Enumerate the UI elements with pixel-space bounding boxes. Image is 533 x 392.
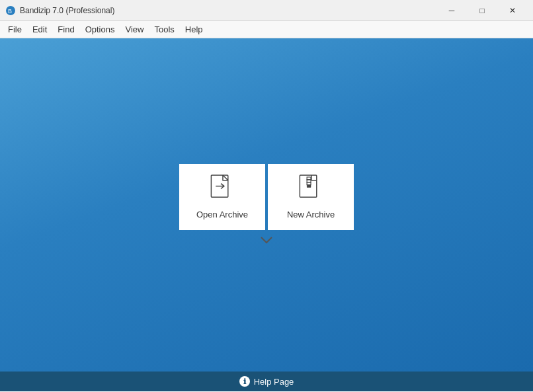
help-page-text[interactable]: Help Page xyxy=(254,377,294,387)
new-archive-icon xyxy=(298,175,324,203)
menu-item-file[interactable]: File xyxy=(3,22,27,37)
menu-bar: File Edit Find Options View Tools Help xyxy=(0,21,533,38)
new-archive-button[interactable]: New Archive xyxy=(268,164,354,230)
menu-item-options[interactable]: Options xyxy=(80,22,120,37)
open-archive-button[interactable]: Open Archive xyxy=(179,164,265,230)
svg-text:B: B xyxy=(8,8,12,15)
title-bar: B Bandizip 7.0 (Professional) ─ □ ✕ xyxy=(0,0,533,21)
action-buttons-container: Open Archive New Archive xyxy=(179,164,354,246)
svg-rect-6 xyxy=(307,180,311,182)
minimize-button[interactable]: ─ xyxy=(436,0,467,21)
status-bar: ℹ Help Page xyxy=(0,372,533,391)
menu-item-help[interactable]: Help xyxy=(180,22,208,37)
svg-rect-8 xyxy=(307,185,311,188)
window-controls: ─ □ ✕ xyxy=(436,0,528,21)
menu-item-find[interactable]: Find xyxy=(52,22,79,37)
window-title: Bandizip 7.0 (Professional) xyxy=(20,6,436,15)
info-icon: ℹ xyxy=(239,376,250,387)
open-archive-label: Open Archive xyxy=(196,210,248,219)
action-buttons-row: Open Archive New Archive xyxy=(179,164,354,230)
chevron-down-icon[interactable] xyxy=(260,235,273,246)
svg-rect-5 xyxy=(307,177,311,180)
open-archive-icon xyxy=(209,175,235,203)
menu-item-tools[interactable]: Tools xyxy=(149,22,179,37)
new-archive-label: New Archive xyxy=(287,210,335,219)
svg-rect-7 xyxy=(307,182,311,185)
menu-item-view[interactable]: View xyxy=(120,22,149,37)
main-content: Open Archive New Archive xyxy=(0,38,533,372)
app-icon: B xyxy=(5,5,16,16)
menu-item-edit[interactable]: Edit xyxy=(27,22,52,37)
maximize-button[interactable]: □ xyxy=(467,0,497,21)
close-button[interactable]: ✕ xyxy=(497,0,528,21)
